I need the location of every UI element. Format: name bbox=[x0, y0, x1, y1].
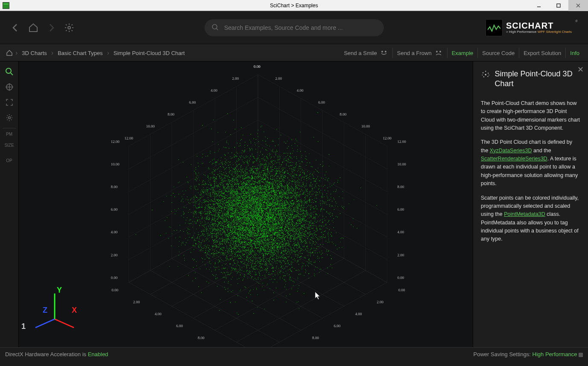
gizmo-x-label: X bbox=[72, 306, 77, 314]
svg-line-14 bbox=[55, 319, 74, 328]
breadcrumb-item-2[interactable]: Basic Chart Types bbox=[56, 50, 104, 56]
breadcrumb-item-3[interactable]: Simple Point-Cloud 3D Chart bbox=[112, 50, 187, 56]
svg-point-23 bbox=[482, 75, 483, 76]
svg-point-18 bbox=[483, 73, 483, 73]
logo-tagline: > High Performance WPF Silverlight Chart… bbox=[506, 30, 572, 34]
logo: SCICHART > High Performance WPF Silverli… bbox=[486, 19, 578, 36]
settings-icon[interactable] bbox=[64, 23, 74, 33]
svg-rect-1 bbox=[557, 4, 560, 7]
svg-point-20 bbox=[483, 76, 484, 77]
info-p3: Scatter points can be colored individual… bbox=[481, 194, 580, 244]
3d-chart-canvas[interactable] bbox=[19, 61, 473, 347]
info-title: Simple Point-Cloud 3D Chart bbox=[495, 69, 580, 89]
size-tool[interactable]: SIZE bbox=[3, 138, 16, 152]
home-icon[interactable] bbox=[28, 23, 38, 33]
svg-point-11 bbox=[6, 68, 11, 73]
info-p1: The Point-Cloud Chart demo shows how to … bbox=[481, 99, 580, 133]
pan-tool[interactable] bbox=[3, 80, 16, 94]
gizmo-z-label: Z bbox=[43, 306, 47, 314]
svg-point-7 bbox=[382, 51, 383, 52]
export-solution-tab[interactable]: Export Solution bbox=[519, 48, 565, 58]
chevron-right-icon: › bbox=[13, 49, 20, 57]
svg-point-22 bbox=[485, 71, 486, 72]
registered-mark: ® bbox=[575, 19, 578, 23]
svg-line-6 bbox=[216, 28, 218, 30]
source-code-tab[interactable]: Source Code bbox=[477, 48, 519, 58]
info-panel: ✕ Simple Point-Cloud 3D Chart The Point-… bbox=[473, 61, 588, 347]
side-toolbar: PM SIZE OP bbox=[0, 61, 19, 347]
info-body: The Point-Cloud Chart demo shows how to … bbox=[481, 99, 580, 244]
close-panel-icon[interactable]: ✕ bbox=[577, 65, 584, 74]
svg-point-10 bbox=[439, 51, 440, 52]
link-scatterrenderableseries3d[interactable]: ScatterRenderableSeries3D bbox=[481, 156, 547, 162]
minimize-button[interactable] bbox=[529, 0, 549, 11]
pm-tool[interactable]: PM bbox=[3, 128, 16, 137]
breadcrumb-home-icon[interactable] bbox=[6, 49, 13, 56]
link-xyzdataseries3d[interactable]: XyzDataSeries3D bbox=[490, 148, 532, 154]
search-input[interactable] bbox=[224, 24, 377, 31]
svg-point-5 bbox=[212, 24, 217, 29]
titlebar: SciChart > Examples bbox=[0, 0, 588, 11]
hw-accel-status: DirectX Hardware Acceleration is Enabled bbox=[5, 351, 108, 357]
breadcrumb-item-1[interactable]: 3D Charts bbox=[20, 50, 49, 56]
gizmo-y-label: Y bbox=[57, 286, 62, 294]
svg-point-17 bbox=[485, 74, 486, 75]
info-tab[interactable]: Info bbox=[565, 48, 584, 58]
power-saving-status: Power Saving Settings: High Performance bbox=[474, 351, 583, 357]
chevron-right-icon: › bbox=[104, 49, 111, 57]
back-icon[interactable] bbox=[10, 23, 20, 33]
svg-point-24 bbox=[489, 75, 489, 76]
svg-point-13 bbox=[8, 117, 10, 119]
search-icon bbox=[211, 23, 219, 32]
logo-name: SCICHART bbox=[506, 21, 572, 30]
search-box[interactable] bbox=[205, 19, 384, 36]
status-bar: DirectX Hardware Acceleration is Enabled… bbox=[0, 347, 588, 361]
breadcrumb-bar: › 3D Charts › Basic Chart Types › Simple… bbox=[0, 44, 588, 61]
chart-counter: 1 bbox=[21, 322, 26, 331]
svg-line-12 bbox=[11, 73, 13, 75]
zoom-tool[interactable] bbox=[3, 65, 16, 78]
scatter-icon bbox=[481, 69, 491, 80]
example-tab[interactable]: Example bbox=[447, 48, 478, 58]
forward-icon[interactable] bbox=[46, 23, 56, 33]
window-controls bbox=[529, 0, 588, 11]
svg-point-9 bbox=[436, 51, 437, 52]
chevron-right-icon: › bbox=[49, 49, 56, 57]
power-indicator-icon bbox=[579, 353, 583, 357]
info-p2: The 3D Point Cloud chart is defined by t… bbox=[481, 138, 580, 188]
content: PM SIZE OP X Y Z 1 ✕ Simple Point-Cloud … bbox=[0, 61, 588, 347]
send-smile-button[interactable]: Send a Smile bbox=[339, 48, 392, 58]
main-toolbar: SCICHART > High Performance WPF Silverli… bbox=[0, 11, 588, 44]
maximize-button[interactable] bbox=[549, 0, 568, 11]
app-icon bbox=[3, 2, 9, 9]
fullscreen-tool[interactable] bbox=[3, 96, 16, 109]
window-title: SciChart > Examples bbox=[270, 3, 318, 9]
svg-line-16 bbox=[35, 319, 55, 328]
send-frown-button[interactable]: Send a Frown bbox=[392, 48, 447, 58]
chart-area[interactable]: X Y Z 1 bbox=[19, 61, 473, 347]
svg-point-8 bbox=[385, 51, 386, 52]
svg-point-4 bbox=[68, 26, 70, 29]
op-tool[interactable]: OP bbox=[3, 154, 16, 167]
close-button[interactable] bbox=[568, 0, 588, 11]
svg-point-19 bbox=[488, 73, 489, 73]
cursor-icon bbox=[315, 292, 322, 300]
axis-gizmo: X Y Z bbox=[29, 285, 80, 332]
svg-point-21 bbox=[487, 76, 488, 77]
logo-badge bbox=[486, 19, 503, 36]
gear-tool[interactable] bbox=[3, 111, 16, 125]
link-pointmetadata3d[interactable]: PointMetadata3D bbox=[504, 211, 545, 217]
